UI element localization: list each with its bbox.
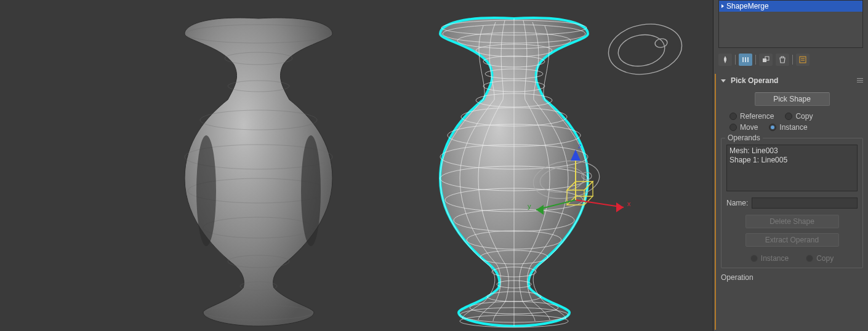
svg-point-36 [605,18,686,80]
group-title: Operands [725,134,763,142]
modifier-label: ShapeMerge [726,2,769,10]
svg-text:x: x [627,200,631,207]
radio-reference[interactable]: Reference [729,112,774,121]
extract-operand-button[interactable]: Extract Operand [745,233,839,247]
extract-radio-row: Instance Copy [726,252,858,263]
group-operation-title: Operation [721,273,863,282]
operand-name-row: Name: [726,197,858,209]
radio-label: Reference [740,112,774,121]
radio-icon [729,113,737,120]
svg-point-11 [301,135,321,246]
panel-accent [715,74,716,330]
radio-label: Instance [779,123,807,132]
vase-shaded[interactable] [148,0,369,331]
spline-shape[interactable] [596,0,694,86]
group-operands: Operands Mesh: Line003 Shape 1: Line005 … [721,138,863,268]
rollout-header[interactable]: Pick Operand [721,75,863,86]
vase-wireframe-selected[interactable] [403,0,625,331]
separator [792,55,793,65]
radio-label: Instance [761,254,789,263]
pick-radio-row-2: Move Instance [721,122,863,133]
radio-label: Copy [795,112,813,121]
radio-icon [750,255,758,262]
radio-icon [785,113,792,120]
viewport[interactable]: x y z [0,0,713,331]
radio-icon [729,124,737,131]
radio-icon [806,255,813,262]
radio-extract-instance: Instance [750,254,789,263]
separator [735,55,736,65]
radio-extract-copy: Copy [806,254,834,263]
modifier-shapemerge[interactable]: ShapeMerge [719,1,862,12]
show-end-result-button[interactable] [739,54,752,66]
operand-item[interactable]: Mesh: Line003 [729,146,854,156]
configure-modifier-sets-button[interactable] [796,54,810,66]
operand-name-input[interactable] [752,197,858,209]
radio-move[interactable]: Move [729,123,758,132]
pin-stack-button[interactable] [718,54,732,66]
command-panel: ShapeMerge Pick Operand Pick Shape [713,0,868,331]
radio-label: Move [740,123,758,132]
delete-shape-button[interactable]: Delete Shape [745,215,839,228]
radio-icon [769,124,776,131]
operand-item[interactable]: Shape 1: Line005 [729,156,854,165]
rollout-title: Pick Operand [731,76,778,85]
svg-point-37 [616,31,667,70]
name-label: Name: [726,199,748,207]
modifier-stack[interactable]: ShapeMerge [718,0,863,48]
remove-modifier-button[interactable] [776,54,789,66]
radio-copy[interactable]: Copy [785,112,813,121]
radio-instance[interactable]: Instance [769,123,807,132]
make-unique-button[interactable] [759,54,773,66]
svg-point-10 [196,135,216,246]
operands-listbox[interactable]: Mesh: Line003 Shape 1: Line005 [726,145,858,191]
rollout-pick-operand: Pick Operand Pick Shape Reference Copy M… [721,75,863,133]
chevron-down-icon [721,79,726,82]
pick-radio-row-1: Reference Copy [721,111,863,122]
svg-point-38 [654,38,668,48]
svg-rect-53 [800,57,806,63]
drag-grip-icon[interactable] [857,78,863,83]
expand-icon [721,4,724,8]
modifier-toolbar [718,52,863,68]
separator [755,55,756,65]
pick-shape-button[interactable]: Pick Shape [755,92,830,106]
radio-label: Copy [816,254,834,263]
